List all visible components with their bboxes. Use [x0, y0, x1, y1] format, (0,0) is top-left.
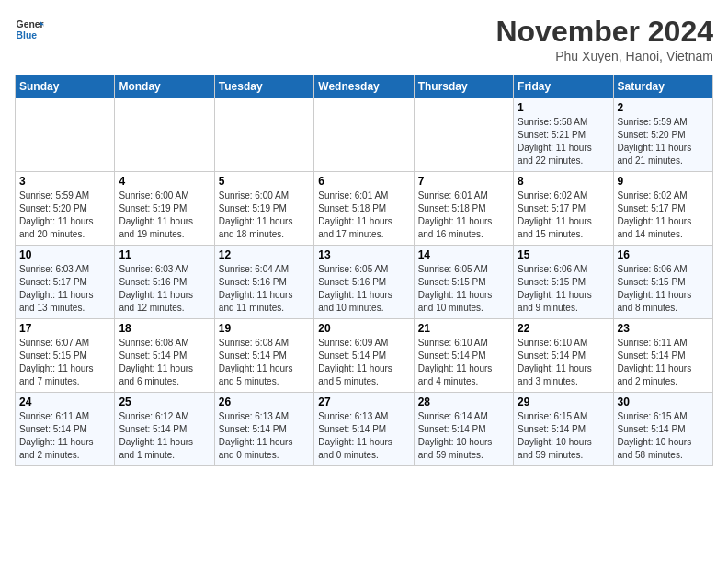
day-info: Sunrise: 6:03 AM Sunset: 5:17 PM Dayligh… — [19, 263, 110, 315]
day-info: Sunrise: 6:05 AM Sunset: 5:16 PM Dayligh… — [318, 263, 409, 315]
calendar-cell: 16Sunrise: 6:06 AM Sunset: 5:15 PM Dayli… — [613, 246, 712, 319]
day-info: Sunrise: 6:01 AM Sunset: 5:18 PM Dayligh… — [318, 190, 409, 241]
calendar-cell: 4Sunrise: 6:00 AM Sunset: 5:19 PM Daylig… — [115, 172, 214, 246]
day-number: 1 — [518, 101, 609, 114]
day-number: 12 — [219, 248, 310, 261]
day-number: 18 — [119, 322, 210, 335]
logo-icon: General Blue — [15, 15, 44, 44]
calendar-cell — [16, 98, 115, 172]
day-number: 2 — [618, 101, 709, 114]
day-info: Sunrise: 6:11 AM Sunset: 5:14 PM Dayligh… — [19, 410, 110, 462]
day-number: 16 — [618, 248, 709, 261]
calendar-cell: 17Sunrise: 6:07 AM Sunset: 5:15 PM Dayli… — [16, 319, 115, 393]
day-number: 8 — [518, 175, 609, 188]
calendar-cell: 13Sunrise: 6:05 AM Sunset: 5:16 PM Dayli… — [314, 246, 414, 319]
calendar-cell: 25Sunrise: 6:12 AM Sunset: 5:14 PM Dayli… — [115, 393, 214, 466]
day-number: 27 — [318, 396, 409, 408]
day-info: Sunrise: 5:58 AM Sunset: 5:21 PM Dayligh… — [518, 116, 609, 167]
calendar-cell: 21Sunrise: 6:10 AM Sunset: 5:14 PM Dayli… — [414, 319, 513, 393]
day-info: Sunrise: 5:59 AM Sunset: 5:20 PM Dayligh… — [618, 116, 709, 167]
calendar-cell: 14Sunrise: 6:05 AM Sunset: 5:15 PM Dayli… — [414, 246, 513, 319]
calendar-cell: 23Sunrise: 6:11 AM Sunset: 5:14 PM Dayli… — [613, 319, 712, 393]
calendar-cell: 29Sunrise: 6:15 AM Sunset: 5:14 PM Dayli… — [514, 393, 613, 466]
calendar-cell: 2Sunrise: 5:59 AM Sunset: 5:20 PM Daylig… — [613, 98, 712, 172]
weekday-header: Monday — [115, 75, 214, 98]
day-number: 29 — [518, 396, 609, 408]
calendar-cell: 24Sunrise: 6:11 AM Sunset: 5:14 PM Dayli… — [16, 393, 115, 466]
day-info: Sunrise: 6:12 AM Sunset: 5:14 PM Dayligh… — [119, 410, 210, 462]
calendar-cell: 12Sunrise: 6:04 AM Sunset: 5:16 PM Dayli… — [214, 246, 313, 319]
day-info: Sunrise: 6:02 AM Sunset: 5:17 PM Dayligh… — [518, 190, 609, 241]
day-number: 28 — [418, 396, 509, 408]
calendar-cell: 8Sunrise: 6:02 AM Sunset: 5:17 PM Daylig… — [514, 172, 613, 246]
day-number: 25 — [119, 396, 210, 408]
day-number: 19 — [219, 322, 310, 335]
day-number: 11 — [119, 248, 210, 261]
calendar-week-row: 10Sunrise: 6:03 AM Sunset: 5:17 PM Dayli… — [16, 246, 713, 319]
weekday-header: Saturday — [613, 75, 712, 98]
day-number: 10 — [19, 248, 110, 261]
calendar-week-row: 3Sunrise: 5:59 AM Sunset: 5:20 PM Daylig… — [16, 172, 713, 246]
day-number: 20 — [318, 322, 409, 335]
day-info: Sunrise: 6:01 AM Sunset: 5:18 PM Dayligh… — [418, 190, 509, 241]
calendar-cell: 10Sunrise: 6:03 AM Sunset: 5:17 PM Dayli… — [16, 246, 115, 319]
day-number: 14 — [418, 248, 509, 261]
calendar-cell — [314, 98, 414, 172]
day-number: 3 — [19, 175, 110, 188]
weekday-header: Sunday — [16, 75, 115, 98]
day-info: Sunrise: 6:06 AM Sunset: 5:15 PM Dayligh… — [518, 263, 609, 315]
calendar-week-row: 1Sunrise: 5:58 AM Sunset: 5:21 PM Daylig… — [16, 98, 713, 172]
day-info: Sunrise: 6:14 AM Sunset: 5:14 PM Dayligh… — [418, 410, 509, 462]
logo: General Blue — [15, 15, 44, 44]
day-info: Sunrise: 5:59 AM Sunset: 5:20 PM Dayligh… — [19, 190, 110, 241]
calendar-table: SundayMondayTuesdayWednesdayThursdayFrid… — [15, 75, 713, 466]
page-header: General Blue November 2024 Phu Xuyen, Ha… — [15, 15, 713, 63]
day-info: Sunrise: 6:11 AM Sunset: 5:14 PM Dayligh… — [618, 337, 709, 388]
day-number: 22 — [518, 322, 609, 335]
day-number: 13 — [318, 248, 409, 261]
day-number: 17 — [19, 322, 110, 335]
day-number: 5 — [219, 175, 310, 188]
day-info: Sunrise: 6:06 AM Sunset: 5:15 PM Dayligh… — [618, 263, 709, 315]
day-info: Sunrise: 6:09 AM Sunset: 5:14 PM Dayligh… — [318, 337, 409, 388]
calendar-cell: 26Sunrise: 6:13 AM Sunset: 5:14 PM Dayli… — [214, 393, 313, 466]
calendar-cell: 20Sunrise: 6:09 AM Sunset: 5:14 PM Dayli… — [314, 319, 414, 393]
calendar-cell: 28Sunrise: 6:14 AM Sunset: 5:14 PM Dayli… — [414, 393, 513, 466]
calendar-cell: 6Sunrise: 6:01 AM Sunset: 5:18 PM Daylig… — [314, 172, 414, 246]
calendar-cell: 30Sunrise: 6:15 AM Sunset: 5:14 PM Dayli… — [613, 393, 712, 466]
calendar-cell — [214, 98, 313, 172]
day-info: Sunrise: 6:13 AM Sunset: 5:14 PM Dayligh… — [318, 410, 409, 462]
day-info: Sunrise: 6:00 AM Sunset: 5:19 PM Dayligh… — [219, 190, 310, 241]
day-number: 21 — [418, 322, 509, 335]
calendar-cell — [414, 98, 513, 172]
day-info: Sunrise: 6:05 AM Sunset: 5:15 PM Dayligh… — [418, 263, 509, 315]
day-info: Sunrise: 6:08 AM Sunset: 5:14 PM Dayligh… — [219, 337, 310, 388]
day-info: Sunrise: 6:00 AM Sunset: 5:19 PM Dayligh… — [119, 190, 210, 241]
day-info: Sunrise: 6:13 AM Sunset: 5:14 PM Dayligh… — [219, 410, 310, 462]
day-number: 7 — [418, 175, 509, 188]
day-info: Sunrise: 6:10 AM Sunset: 5:14 PM Dayligh… — [518, 337, 609, 388]
calendar-cell: 1Sunrise: 5:58 AM Sunset: 5:21 PM Daylig… — [514, 98, 613, 172]
calendar-week-row: 17Sunrise: 6:07 AM Sunset: 5:15 PM Dayli… — [16, 319, 713, 393]
day-info: Sunrise: 6:08 AM Sunset: 5:14 PM Dayligh… — [119, 337, 210, 388]
day-info: Sunrise: 6:15 AM Sunset: 5:14 PM Dayligh… — [618, 410, 709, 462]
day-number: 23 — [618, 322, 709, 335]
day-number: 6 — [318, 175, 409, 188]
day-number: 24 — [19, 396, 110, 408]
calendar-cell: 22Sunrise: 6:10 AM Sunset: 5:14 PM Dayli… — [514, 319, 613, 393]
location-subtitle: Phu Xuyen, Hanoi, Vietnam — [495, 49, 713, 63]
calendar-cell: 7Sunrise: 6:01 AM Sunset: 5:18 PM Daylig… — [414, 172, 513, 246]
day-info: Sunrise: 6:02 AM Sunset: 5:17 PM Dayligh… — [618, 190, 709, 241]
calendar-cell: 15Sunrise: 6:06 AM Sunset: 5:15 PM Dayli… — [514, 246, 613, 319]
calendar-cell: 5Sunrise: 6:00 AM Sunset: 5:19 PM Daylig… — [214, 172, 313, 246]
day-number: 9 — [618, 175, 709, 188]
weekday-header-row: SundayMondayTuesdayWednesdayThursdayFrid… — [16, 75, 713, 98]
weekday-header: Tuesday — [214, 75, 313, 98]
weekday-header: Wednesday — [314, 75, 414, 98]
day-info: Sunrise: 6:07 AM Sunset: 5:15 PM Dayligh… — [19, 337, 110, 388]
title-block: November 2024 Phu Xuyen, Hanoi, Vietnam — [495, 15, 713, 63]
day-info: Sunrise: 6:15 AM Sunset: 5:14 PM Dayligh… — [518, 410, 609, 462]
calendar-cell: 19Sunrise: 6:08 AM Sunset: 5:14 PM Dayli… — [214, 319, 313, 393]
calendar-cell: 9Sunrise: 6:02 AM Sunset: 5:17 PM Daylig… — [613, 172, 712, 246]
weekday-header: Thursday — [414, 75, 513, 98]
